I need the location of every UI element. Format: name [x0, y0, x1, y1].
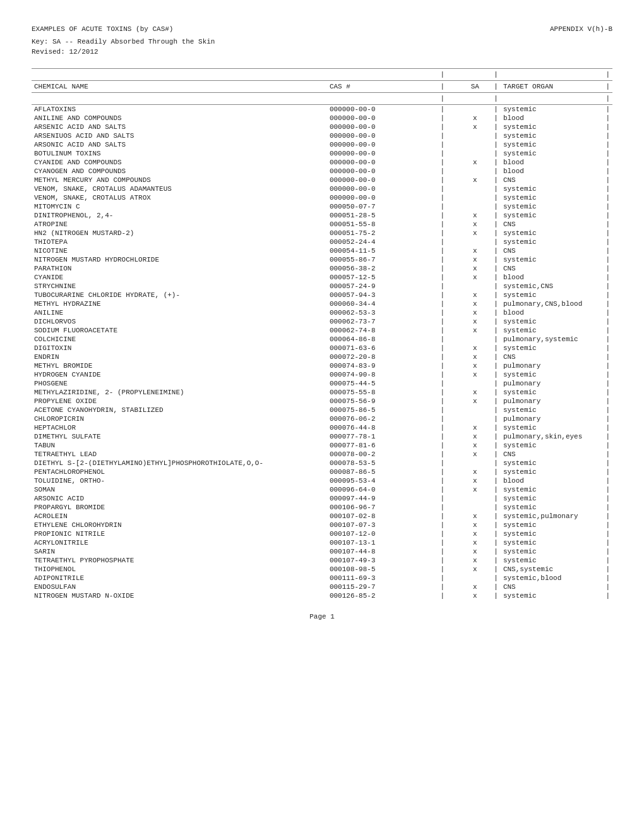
cell-sa [458, 238, 491, 246]
cell-sa [458, 167, 491, 176]
cell-chemical-name: SARIN [32, 547, 327, 556]
cell-cas: 000096-64-0 [327, 485, 426, 494]
cell-target-organ: CNS,systemic [501, 565, 604, 574]
cell-pipe1: | [426, 441, 458, 450]
cell-target-organ: systemic [501, 388, 604, 397]
cell-pipe1: | [426, 397, 458, 406]
cell-chemical-name: METHYL MERCURY AND COMPOUNDS [32, 176, 327, 184]
cell-pipe1: | [426, 255, 458, 264]
cell-cas: 000072-20-8 [327, 353, 426, 361]
table-row: METHYL BROMIDE000074-83-9|x|pulmonary| [32, 361, 612, 370]
cell-cas: 000078-00-2 [327, 450, 426, 459]
cell-pipe1: | [426, 291, 458, 299]
cell-chemical-name: STRYCHNINE [32, 282, 327, 291]
cell-sa: x [458, 123, 491, 131]
cell-sa: x [458, 255, 491, 264]
cell-chemical-name: PROPYLENE OXIDE [32, 397, 327, 406]
cell-pipe2: | [491, 149, 501, 158]
cell-cas: 000097-44-9 [327, 494, 426, 503]
cell-cas: 000075-56-9 [327, 397, 426, 406]
cell-cas: 000000-00-0 [327, 114, 426, 123]
cell-pipe3: | [603, 485, 612, 494]
cell-pipe3: | [603, 494, 612, 503]
cell-pipe2: | [491, 131, 501, 140]
cell-pipe3: | [603, 123, 612, 131]
cell-target-organ: pulmonary [501, 379, 604, 388]
cell-cas: 000075-55-8 [327, 388, 426, 397]
cell-target-organ: systemic [501, 123, 604, 131]
revised-line: Revised: 12/2012 [32, 48, 612, 56]
cell-chemical-name: ENDOSULFAN [32, 583, 327, 591]
cell-sa: x [458, 432, 491, 441]
cell-target-organ: blood [501, 273, 604, 282]
cell-sa [458, 459, 491, 468]
cell-sa: x [458, 299, 491, 308]
cell-pipe3: | [603, 397, 612, 406]
table-row: ACROLEIN000107-02-8|x|systemic,pulmonary… [32, 512, 612, 521]
cell-pipe2: | [491, 574, 501, 583]
cell-pipe2: | [491, 476, 501, 485]
cell-pipe2: | [491, 176, 501, 184]
cell-sa: x [458, 114, 491, 123]
cell-pipe2: | [491, 468, 501, 476]
cell-target-organ: systemic [501, 485, 604, 494]
cell-pipe2: | [491, 370, 501, 379]
cell-target-organ: CNS [501, 583, 604, 591]
cell-target-organ: systemic [501, 255, 604, 264]
cell-pipe1: | [426, 370, 458, 379]
cell-pipe3: | [603, 308, 612, 317]
cell-pipe2: | [491, 538, 501, 547]
cell-pipe1: | [426, 184, 458, 193]
table-row: METHYL MERCURY AND COMPOUNDS000000-00-0|… [32, 176, 612, 184]
cell-pipe1: | [426, 414, 458, 423]
cell-chemical-name: HN2 (NITROGEN MUSTARD-2) [32, 229, 327, 238]
cell-target-organ: systemic [501, 193, 604, 202]
cell-cas: 000107-12-0 [327, 529, 426, 538]
cell-pipe3: | [603, 184, 612, 193]
table-row: PROPYLENE OXIDE000075-56-9|x|pulmonary| [32, 397, 612, 406]
page-header: EXAMPLES OF ACUTE TOXINS (by CAS#) APPEN… [32, 25, 612, 33]
col-header-cas-spacer [327, 69, 426, 81]
cell-cas: 000057-24-9 [327, 282, 426, 291]
table-row: DIETHYL S-[2-(DIETHYLAMINO)ETHYL]PHOSPHO… [32, 459, 612, 468]
cell-pipe1: | [426, 529, 458, 538]
cell-sa: x [458, 529, 491, 538]
cell-pipe2: | [491, 326, 501, 335]
cell-target-organ: systemic [501, 140, 604, 149]
cell-cas: 000062-53-3 [327, 308, 426, 317]
table-row: DIGITOXIN000071-63-6|x|systemic| [32, 344, 612, 353]
cell-sa: x [458, 397, 491, 406]
cell-sa [458, 131, 491, 140]
col-header-pipe3: | [603, 69, 612, 81]
cell-chemical-name: TABUN [32, 441, 327, 450]
cell-cas: 000051-55-8 [327, 220, 426, 229]
col-header-bottom1 [32, 93, 327, 105]
cell-pipe1: | [426, 202, 458, 211]
cell-chemical-name: METHYL HYDRAZINE [32, 299, 327, 308]
cell-chemical-name: ACROLEIN [32, 512, 327, 521]
cell-chemical-name: TUBOCURARINE CHLORIDE HYDRATE, (+)- [32, 291, 327, 299]
cell-cas: 000107-02-8 [327, 512, 426, 521]
cell-cas: 000000-00-0 [327, 123, 426, 131]
table-row: DINITROPHENOL, 2,4-000051-28-5|x|systemi… [32, 211, 612, 220]
cell-sa: x [458, 450, 491, 459]
table-row: DICHLORVOS000062-73-7|x|systemic| [32, 317, 612, 326]
cell-pipe1: | [426, 459, 458, 468]
cell-pipe3: | [603, 299, 612, 308]
cell-pipe1: | [426, 423, 458, 432]
table-row: ACRYLONITRILE000107-13-1|x|systemic| [32, 538, 612, 547]
cell-sa [458, 414, 491, 423]
cell-pipe3: | [603, 432, 612, 441]
table-row: STRYCHNINE000057-24-9| |systemic,CNS| [32, 282, 612, 291]
cell-target-organ: systemic [501, 149, 604, 158]
cell-target-organ: systemic [501, 529, 604, 538]
table-row: TUBOCURARINE CHLORIDE HYDRATE, (+)-00005… [32, 291, 612, 299]
cell-pipe2: | [491, 344, 501, 353]
cell-pipe1: | [426, 308, 458, 317]
table-row: ARSENIC ACID AND SALTS000000-00-0|x|syst… [32, 123, 612, 131]
cell-pipe1: | [426, 547, 458, 556]
cell-target-organ: systemic,blood [501, 574, 604, 583]
table-row: NITROGEN MUSTARD HYDROCHLORIDE000055-86-… [32, 255, 612, 264]
header-row-labels: CHEMICAL NAME CAS # | SA | TARGET ORGAN … [32, 81, 612, 93]
col-header-name-label: CHEMICAL NAME [32, 81, 327, 93]
